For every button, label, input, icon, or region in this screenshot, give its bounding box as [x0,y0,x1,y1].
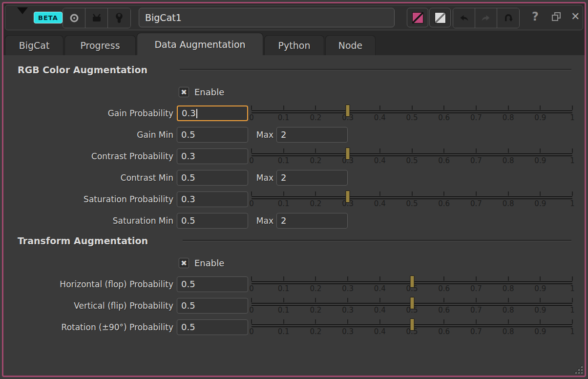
slider-handle[interactable] [346,105,350,117]
slider-tick [508,276,509,281]
float-window-button[interactable] [550,11,562,24]
rgb-enable-checkbox[interactable]: ✖ [179,87,189,97]
slider-handle[interactable] [346,147,350,160]
slider-handle[interactable] [346,190,350,203]
contrast-probability-slider[interactable]: 00.10.20.30.40.50.60.70.80.91 [252,148,572,166]
transform-enable-checkbox[interactable]: ✖ [179,258,189,268]
slider-tick-label: 0.9 [534,199,546,208]
slider-tick-label: 0.8 [503,199,514,208]
slider-tick-label: 0.8 [503,284,514,293]
contrast-max-field[interactable]: 2 [276,170,348,186]
slider-tick [443,319,444,324]
undo-button[interactable] [453,8,475,28]
monitor-button[interactable] [85,8,108,28]
horizontal-flop-probability-field[interactable]: 0.5 [177,276,248,292]
contrast-min-field[interactable]: 0.5 [177,170,248,186]
gl-color-swatch [435,12,446,23]
slider-tick-label: 0.4 [374,284,386,293]
revert-icon [503,13,514,23]
transform-enable-label: Enable [194,258,224,268]
slider-tick-label: 0.1 [278,306,290,315]
beta-badge: BETA [34,12,63,23]
slider-handle[interactable] [410,318,414,331]
slider-handle[interactable] [410,275,414,288]
help-button[interactable]: ? [529,9,542,24]
slider-handle[interactable] [410,297,414,309]
redo-button[interactable] [475,8,497,28]
saturation-probability-field[interactable]: 0.3 [177,191,248,207]
slider-tick-label: 0.7 [470,306,482,315]
param-label: Contrast Probability [0,148,173,164]
tab-progress[interactable]: Progress [64,35,136,55]
saturation-min-field[interactable]: 0.5 [177,213,248,229]
contrast-probability-field[interactable]: 0.3 [177,148,248,164]
slider-tick-label: 0.4 [374,113,386,122]
gain-max-field[interactable]: 2 [276,127,348,143]
slider-tick-label: 1 [570,113,575,122]
param-label: Saturation Min [0,213,173,229]
slider-tick [476,319,477,324]
node-name-input[interactable] [139,8,395,27]
slider-tick [315,148,316,153]
slider-tick [540,276,541,281]
slider-tick [508,191,509,196]
center-node-button[interactable] [63,8,85,28]
slider-tick-label: 0.4 [374,199,386,208]
undo-icon [459,13,469,23]
tab-data-augmentation[interactable]: Data Augmentation [137,33,263,55]
slider-tick-label: 0.2 [310,156,321,165]
slider-tick-label: 1 [570,156,575,165]
slider-tick [347,319,348,324]
close-button[interactable]: ✕ [568,10,583,23]
saturation-probability-slider[interactable]: 00.10.20.30.40.50.60.70.80.91 [252,191,572,209]
slider-tick-label: 0.8 [503,327,514,336]
gl-color-swatch-button[interactable] [429,8,451,27]
slider-tick-label: 0 [249,113,254,122]
slider-tick [572,319,573,324]
param-label: Horizontal (flop) Probability [0,276,173,292]
slider-tick [283,148,284,153]
slider-tick [283,319,284,324]
slider-tick [443,148,444,153]
resize-grip[interactable] [575,366,584,375]
monitor-icon [91,13,103,23]
tab-python[interactable]: Python [264,35,324,55]
revert-button[interactable] [497,8,519,28]
slider-tick [476,298,477,302]
slider-tick-label: 0.1 [278,113,290,122]
rotation-probability-field[interactable]: 0.5 [177,319,248,335]
slider-tick [251,105,252,110]
slider-tick [251,319,252,324]
vertical-flip-probability-slider[interactable]: 00.10.20.30.40.50.60.70.80.91 [252,298,572,316]
redo-icon [481,13,491,23]
slider-tick [443,276,444,281]
collapse-panel-button[interactable] [14,11,29,24]
saturation-max-field[interactable]: 2 [276,213,348,229]
rotation-probability-slider[interactable]: 00.10.20.30.40.50.60.70.80.91 [252,319,572,337]
slider-tick-label: 0.1 [278,327,290,336]
slider-tick [508,298,509,302]
header-bar: BETA [5,5,583,30]
slider-tick [315,298,316,302]
wrench-button[interactable] [108,8,130,28]
slider-tick-label: 0.2 [310,199,321,208]
gain-min-field[interactable]: 0.5 [177,127,248,143]
gain-probability-field[interactable]: 0.3 [177,105,248,121]
slider-tick [283,298,284,302]
slider-tick [508,105,509,110]
slider-tick [443,191,444,196]
slider-tick-label: 0.4 [374,306,386,315]
param-label: Vertical (flip) Probability [0,298,173,314]
rgb-enable-label: Enable [194,87,224,97]
node-color-swatch-button[interactable] [407,8,428,27]
horizontal-flop-probability-slider[interactable]: 00.10.20.30.40.50.60.70.80.91 [252,276,572,294]
vertical-flip-probability-field[interactable]: 0.5 [177,298,248,314]
slider-tick-label: 0.2 [310,284,321,293]
slider-tick [315,191,316,196]
slider-tick-label: 1 [570,306,575,315]
tab-node[interactable]: Node [325,35,376,55]
node-toolbar-button-group [63,8,131,28]
tab-bigcat[interactable]: BigCat [5,35,63,55]
gain-probability-slider[interactable]: 00.10.20.30.40.50.60.70.80.91 [252,105,572,123]
slider-tick-label: 0.6 [438,199,450,208]
